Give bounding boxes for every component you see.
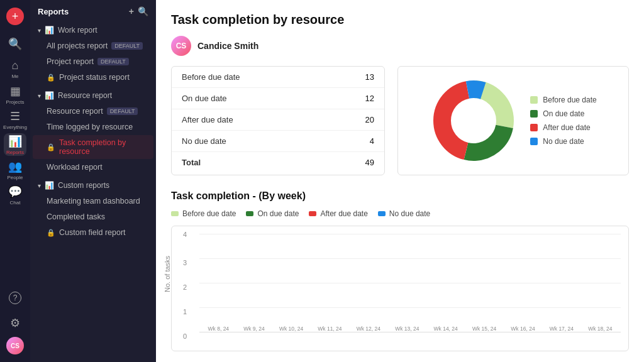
sidebar-add-icon[interactable]: + (129, 6, 134, 16)
on-label: On due date (182, 94, 227, 103)
nodue-value: 4 (370, 136, 374, 146)
bar-wk17-label: Wk 17, 24 (550, 326, 574, 332)
sidebar-title: Reports (38, 7, 69, 16)
sidebar-header: Reports + 🔍 (30, 0, 156, 20)
legend-after: After due date (530, 123, 596, 132)
add-button[interactable]: + (6, 8, 24, 25)
bar-legend-after-label: After due date (320, 209, 367, 218)
help-nav-item[interactable]: ? (4, 287, 26, 309)
stats-table: Before due date 13 On due date 12 After … (171, 66, 385, 175)
bar-wk11-label: Wk 11, 24 (318, 326, 341, 332)
custom-reports-header[interactable]: ▾ 📊 Custom reports (30, 178, 156, 193)
donut-section: Before due date On due date After due da… (397, 66, 629, 175)
reports-nav-label: Reports (6, 150, 24, 155)
reports-nav-item[interactable]: 📊 Reports (4, 133, 26, 156)
bar-wk18: Wk 18, 24 (588, 324, 612, 332)
task-completion-label: Task completion by resource (59, 138, 146, 156)
bar-chart-section: Task completion - (By week) Before due d… (171, 190, 629, 218)
legend-nodue-dot (530, 138, 538, 145)
bar-wk9-label: Wk 9, 24 (243, 326, 265, 332)
bar-wk9: Wk 9, 24 (243, 324, 265, 332)
all-projects-item[interactable]: All projects report DEFAULT (33, 38, 153, 53)
work-report-header[interactable]: ▾ 📊 Work report (30, 23, 156, 38)
resource-report-header[interactable]: ▾ 📊 Resource report (30, 88, 156, 103)
bar-legend-after-dot (309, 211, 316, 216)
lock-icon: 🔒 (47, 74, 55, 82)
bar-legend-nodue: No due date (378, 209, 430, 218)
bars-area: Wk 8, 24 Wk 9, 24 Wk 10, 24 (199, 234, 621, 332)
custom-reports-bar-icon: 📊 (45, 181, 54, 190)
bar-legend-before-label: Before due date (182, 209, 236, 218)
bar-wk12-label: Wk 12, 24 (357, 326, 380, 332)
custom-field-label: Custom field report (59, 228, 126, 237)
grid-label-1: 1 (183, 308, 187, 315)
bar-wk18-label: Wk 18, 24 (588, 326, 612, 332)
settings-nav-item[interactable]: ⚙ (4, 312, 26, 334)
bar-wk8: Wk 8, 24 (208, 324, 230, 332)
resource-report-badge: DEFAULT (107, 107, 138, 115)
stats-row-total: Total 49 (172, 152, 384, 173)
bar-wk10-label: Wk 10, 24 (279, 326, 303, 332)
custom-field-item[interactable]: 🔒 Custom field report (33, 225, 153, 240)
bar-legend-nodue-dot (378, 211, 386, 216)
work-report-label: Work report (58, 26, 97, 35)
everything-icon: ☰ (10, 109, 20, 123)
chevron-down-icon: ▾ (38, 27, 41, 34)
bar-wk14: Wk 14, 24 (434, 324, 458, 332)
bar-legend-after: After due date (309, 209, 367, 218)
lock-icon2: 🔒 (47, 143, 55, 151)
chat-nav-item[interactable]: 💬 Chat (4, 184, 26, 206)
home-nav-item[interactable]: ⌂ Me (4, 58, 26, 80)
marketing-item[interactable]: Marketing team dashboard (33, 194, 153, 209)
resource-report-item[interactable]: Resource report DEFAULT (33, 104, 153, 119)
bar-wk11: Wk 11, 24 (318, 324, 341, 332)
workload-item[interactable]: Workload report (33, 160, 153, 175)
time-logged-item[interactable]: Time logged by resource (33, 119, 153, 134)
projects-icon: ▦ (10, 84, 21, 98)
y-axis-label: No. of tasks (164, 256, 171, 292)
completed-tasks-item[interactable]: Completed tasks (33, 209, 153, 224)
on-value: 12 (365, 94, 374, 103)
projects-nav-item[interactable]: ▦ Projects (4, 83, 26, 106)
legend-on-label: On due date (543, 109, 584, 118)
user-row: CS Candice Smith (171, 36, 629, 56)
bar-wk10: Wk 10, 24 (279, 324, 303, 332)
nodue-label: No due date (182, 136, 226, 146)
sidebar-header-icons: + 🔍 (129, 6, 148, 16)
donut-legend: Before due date On due date After due da… (530, 96, 596, 146)
everything-nav-item[interactable]: ☰ Everything (4, 108, 26, 131)
search-nav-item[interactable]: 🔍 (4, 33, 26, 55)
lock-icon3: 🔒 (47, 229, 55, 237)
grid-label-3: 3 (183, 259, 187, 266)
people-nav-item[interactable]: 👥 People (4, 158, 26, 181)
bar-legend-on: On due date (246, 209, 299, 218)
legend-nodue: No due date (530, 137, 596, 146)
bar-wk17: Wk 17, 24 (550, 324, 574, 332)
bar-wk12: Wk 12, 24 (357, 324, 380, 332)
bar-wk16: Wk 16, 24 (511, 324, 535, 332)
resource-report-label: Resource report (58, 91, 112, 100)
user-avatar: CS (171, 36, 191, 56)
user-avatar-nav[interactable]: CS (6, 337, 24, 354)
project-report-item[interactable]: Project report DEFAULT (33, 54, 153, 69)
sidebar-search-icon[interactable]: 🔍 (138, 6, 148, 16)
before-label: Before due date (182, 72, 240, 82)
bar-chart-legend: Before due date On due date After due da… (171, 209, 629, 218)
bar-legend-on-label: On due date (257, 209, 299, 218)
stats-row-on: On due date 12 (172, 88, 384, 109)
bar-legend-before-dot (171, 211, 179, 216)
chat-nav-label: Chat (10, 200, 21, 206)
project-status-item[interactable]: 🔒 Project status report (33, 70, 153, 85)
time-logged-label: Time logged by resource (47, 123, 133, 131)
projects-nav-label: Projects (6, 99, 25, 105)
bar-wk8-label: Wk 8, 24 (208, 326, 230, 332)
legend-before-label: Before due date (543, 96, 596, 104)
icon-nav: + 🔍 ⌂ Me ▦ Projects ☰ Everything 📊 Repor… (0, 0, 30, 362)
total-label: Total (182, 158, 201, 167)
legend-before: Before due date (530, 96, 596, 104)
legend-on-dot (530, 110, 538, 118)
bar-wk13: Wk 13, 24 (395, 324, 419, 332)
legend-before-dot (530, 96, 538, 104)
task-completion-item[interactable]: 🔒 Task completion by resource (33, 135, 153, 159)
donut-chart (430, 77, 518, 165)
